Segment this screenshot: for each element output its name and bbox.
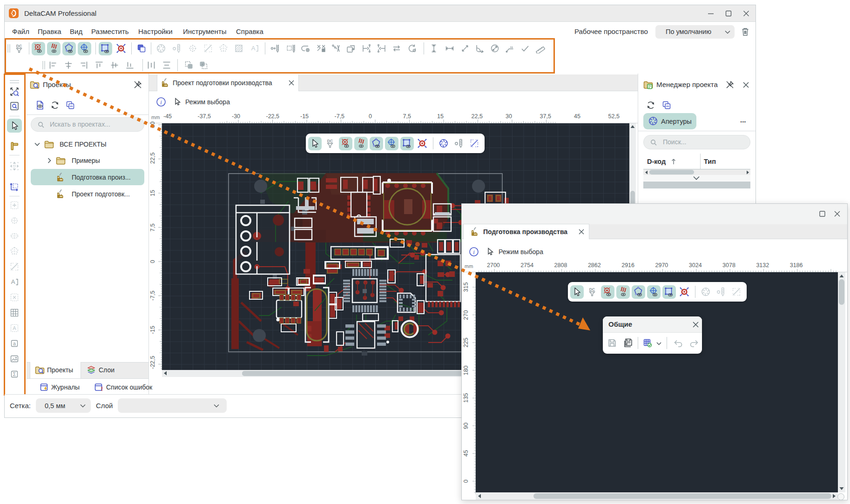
- svg-text:DC: DC: [327, 139, 333, 143]
- svg-text:Σ: Σ: [13, 371, 16, 377]
- svg-text:DC: DC: [16, 44, 22, 48]
- svg-text:DC: DC: [589, 287, 595, 292]
- svg-text:A: A: [11, 278, 15, 285]
- svg-text:i: i: [473, 249, 475, 255]
- svg-text:!: !: [101, 386, 103, 392]
- svg-text:A: A: [251, 45, 256, 52]
- svg-text:A: A: [13, 325, 16, 331]
- svg-text:i: i: [160, 99, 162, 106]
- svg-text:a: a: [13, 341, 16, 346]
